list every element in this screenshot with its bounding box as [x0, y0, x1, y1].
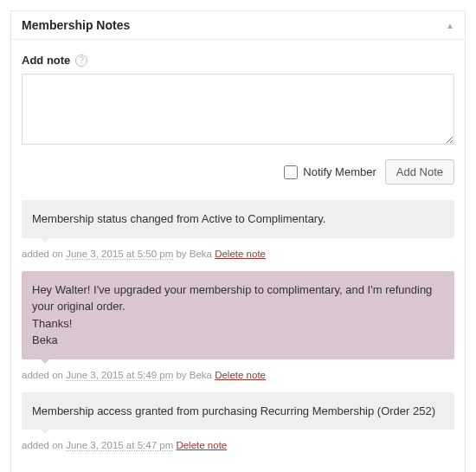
help-icon[interactable]: ? — [75, 55, 87, 67]
add-note-label-row: Add note ? — [22, 54, 454, 67]
delete-note-link[interactable]: Delete note — [176, 440, 227, 450]
note-content: Hey Walter! I've upgraded your membershi… — [22, 271, 454, 359]
note-meta-prefix: added on — [22, 370, 66, 380]
note-meta: added on June 3, 2015 at 5:50 pm by Beka… — [22, 249, 454, 259]
notify-member-checkbox-wrap[interactable]: Notify Member — [284, 165, 376, 179]
actions-row: Notify Member Add Note — [22, 159, 454, 184]
notify-member-checkbox[interactable] — [284, 165, 298, 179]
note-meta-prefix: added on — [22, 249, 66, 259]
panel-title: Membership Notes — [22, 18, 130, 32]
note-item: Membership access granted from purchasin… — [22, 392, 454, 451]
note-meta-prefix: added on — [22, 440, 66, 450]
membership-notes-panel: Membership Notes ▲ Add note ? Notify Mem… — [10, 10, 466, 472]
note-author: by Beka — [173, 370, 215, 380]
note-item: Hey Walter! I've upgraded your membershi… — [22, 271, 454, 380]
note-item: Membership status changed from Active to… — [22, 200, 454, 259]
delete-note-link[interactable]: Delete note — [215, 249, 266, 259]
notify-member-label: Notify Member — [303, 165, 376, 178]
note-date: June 3, 2015 at 5:49 pm — [66, 370, 173, 381]
notes-list: Membership status changed from Active to… — [22, 200, 454, 450]
note-date: June 3, 2015 at 5:47 pm — [66, 440, 173, 451]
panel-body: Add note ? Notify Member Add Note Member… — [11, 40, 465, 472]
note-content: Membership status changed from Active to… — [22, 200, 454, 238]
note-author: by Beka — [173, 249, 215, 259]
note-date: June 3, 2015 at 5:50 pm — [66, 249, 173, 260]
panel-header: Membership Notes ▲ — [11, 11, 465, 40]
note-meta: added on June 3, 2015 at 5:47 pm Delete … — [22, 440, 454, 450]
collapse-icon[interactable]: ▲ — [446, 21, 454, 30]
delete-note-link[interactable]: Delete note — [215, 370, 266, 380]
add-note-label: Add note — [22, 54, 70, 67]
note-content: Membership access granted from purchasin… — [22, 392, 454, 430]
add-note-button[interactable]: Add Note — [385, 159, 454, 184]
note-meta: added on June 3, 2015 at 5:49 pm by Beka… — [22, 370, 454, 380]
note-textarea[interactable] — [22, 74, 454, 145]
